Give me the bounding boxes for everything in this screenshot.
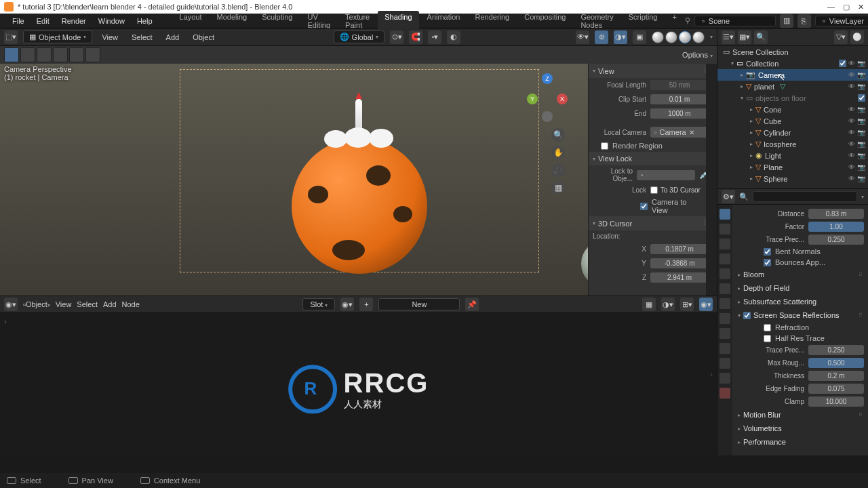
ptab-particles[interactable] [719, 313, 730, 324]
menu-help[interactable]: Help [132, 16, 158, 26]
viewport-options[interactable]: Options [682, 51, 713, 59]
coll-exclude-checkbox[interactable] [839, 60, 846, 67]
tool-select-box[interactable] [4, 47, 19, 62]
tab-geometry-nodes[interactable]: Geometry Nodes [574, 11, 620, 31]
pan-icon[interactable]: ✋ [551, 146, 565, 159]
outliner[interactable]: ▭Scene Collection ▾▭Collection 👁 📷 ▸📷Cam… [717, 46, 868, 188]
camera-to-view-checkbox[interactable] [640, 203, 648, 210]
lock-to-cursor-checkbox[interactable] [650, 186, 658, 194]
menu-edit[interactable]: Edit [31, 16, 55, 26]
outliner-item-cone[interactable]: ▸▽Cone👁 📷 [717, 104, 868, 115]
editor-type-dropdown[interactable]: ⬚▾ [4, 30, 18, 44]
mode-selector[interactable]: ▦ Object Mode ▾ [23, 30, 92, 43]
outliner-item-cylinder[interactable]: ▸▽Cylinder👁 📷 [717, 127, 868, 138]
wireframe-shading[interactable] [652, 31, 664, 43]
section-dof[interactable]: ▸Depth of Field [736, 281, 864, 295]
thickness-field[interactable]: 0.2 m [808, 371, 864, 381]
ptab-object[interactable] [719, 283, 730, 294]
tab-sculpting[interactable]: Sculpting [255, 11, 299, 31]
nav-gizmo[interactable]: Z Y X [527, 73, 568, 121]
max-rough-field[interactable]: 0.500 [808, 358, 864, 368]
tab-shading[interactable]: Shading [378, 11, 418, 31]
rendered-shading[interactable] [692, 31, 705, 43]
shader-menu-node[interactable]: Node [122, 300, 140, 308]
focal-length-field[interactable]: 50 mm [650, 80, 709, 90]
transform-orientation[interactable]: 🌐 Global ▾ [334, 30, 385, 43]
outliner-scene-collection[interactable]: ▭Scene Collection [717, 46, 868, 58]
overlay-toggle[interactable]: ◑▾ [614, 30, 627, 44]
clip-end-field[interactable]: 1000 m [650, 108, 709, 119]
shader-overlay[interactable]: ▦ [642, 298, 656, 311]
ptab-modifiers[interactable] [719, 298, 730, 309]
section-performance[interactable]: ▸Performance [736, 435, 864, 449]
tab-animation[interactable]: Animation [420, 11, 467, 31]
section-volumetrics[interactable]: ▸Volumetrics [736, 422, 864, 435]
outliner-item-objects-on-floor[interactable]: ▾▭objects on floor [717, 92, 868, 104]
zoom-icon[interactable]: 🔍 [551, 128, 565, 142]
outliner-item-cube[interactable]: ▸▽Cube👁 📷 [717, 115, 868, 127]
clamp-field[interactable]: 10.000 [808, 396, 864, 407]
cursor-x-field[interactable]: 0.1807 m [650, 244, 709, 254]
section-motion-blur[interactable]: ▸Motion Blur⠿ [736, 408, 864, 422]
tool-transform[interactable] [85, 47, 100, 62]
menu-render[interactable]: Render [56, 16, 92, 26]
shader-menu-view[interactable]: View [56, 300, 72, 308]
clip-start-field[interactable]: 0.01 m [650, 94, 709, 104]
material-new-plus[interactable]: + [359, 298, 373, 311]
ptab-scene[interactable] [719, 253, 730, 264]
ptab-material[interactable] [719, 373, 730, 384]
outliner-filter-popover[interactable]: ⚪ [850, 30, 864, 44]
gizmo-toggle[interactable]: ⊕ [595, 30, 608, 44]
outliner-display-mode[interactable]: ☰▾ [722, 30, 735, 44]
coll2-exclude-checkbox[interactable] [858, 94, 865, 102]
ssr-trace-prec-field[interactable]: 0.250 [808, 345, 864, 355]
tab-modeling[interactable]: Modeling [210, 11, 254, 31]
ptab-output[interactable] [719, 224, 730, 235]
outliner-item-sphere[interactable]: ▸▽Sphere👁 📷 [717, 173, 868, 184]
material-pin[interactable]: 📌 [465, 298, 479, 311]
outliner-item-light[interactable]: ▸◉Light👁 📷 [717, 150, 868, 161]
scene-new-button[interactable]: ▥ [780, 14, 793, 28]
tab-rendering[interactable]: Rendering [468, 11, 516, 31]
outliner-search[interactable]: 🔍 [754, 30, 768, 44]
scene-key-icon[interactable]: ⚲ [685, 16, 690, 25]
tab-add-workspace[interactable]: + [665, 11, 683, 31]
section-ssr[interactable]: ▾Screen Space Reflections⠿ [736, 308, 864, 322]
ptab-physics[interactable] [719, 328, 730, 339]
render-region-checkbox[interactable] [601, 142, 608, 150]
pivot-dropdown[interactable]: ⊙▾ [390, 30, 403, 44]
shader-node-wrangler[interactable]: ⊞▾ [680, 298, 694, 311]
outliner-item-icosphere[interactable]: ▸▽Icosphere👁 📷 [717, 138, 868, 150]
cursor-z-field[interactable]: 2.941 m [650, 272, 709, 283]
menu-window[interactable]: Window [93, 16, 130, 26]
tab-compositing[interactable]: Compositing [517, 11, 572, 31]
shader-menu-add[interactable]: Add [103, 300, 117, 308]
3d-cursor-header[interactable]: ▾3D Cursor⠿ [589, 216, 713, 230]
tab-uv-editing[interactable]: UV Editing [300, 11, 337, 31]
tab-scripting[interactable]: Scripting [622, 11, 665, 31]
distance-field[interactable]: 0.83 m [808, 209, 864, 219]
window-close-button[interactable]: ✕ [858, 3, 864, 12]
outliner-item-plane[interactable]: ▸▽Plane👁 📷 [717, 161, 868, 173]
vp-menu-view[interactable]: View [98, 32, 122, 43]
shader-menu-select[interactable]: Select [77, 300, 98, 308]
ptab-render[interactable] [719, 209, 730, 220]
xray-toggle[interactable]: ▣ [633, 30, 646, 44]
properties-type-dropdown[interactable]: ⚙▾ [722, 190, 735, 203]
viewlayer-selector[interactable]: ▫ ViewLayer [815, 16, 868, 26]
material-slot-selector[interactable]: Slot [302, 298, 335, 310]
visibility-dropdown[interactable]: 👁▾ [576, 30, 589, 44]
material-shading[interactable] [679, 31, 691, 43]
material-new-button[interactable]: New [378, 298, 460, 310]
window-minimize-button[interactable]: — [827, 3, 835, 12]
vp-menu-select[interactable]: Select [127, 32, 157, 43]
lock-to-object-field[interactable]: ▫ [637, 170, 695, 180]
tab-texture-paint[interactable]: Texture Paint [338, 11, 376, 31]
3d-viewport[interactable]: Camera Perspective (1) rocket | Camera Z… [0, 64, 717, 296]
trace-prec-field[interactable]: 0.250 [808, 235, 864, 245]
tool-rotate[interactable] [53, 47, 68, 62]
properties-options[interactable]: ▾ [861, 194, 864, 200]
snap-toggle[interactable]: 🧲 [409, 30, 422, 44]
material-browse[interactable]: ◉▾ [340, 298, 354, 311]
tool-move[interactable] [37, 47, 52, 62]
